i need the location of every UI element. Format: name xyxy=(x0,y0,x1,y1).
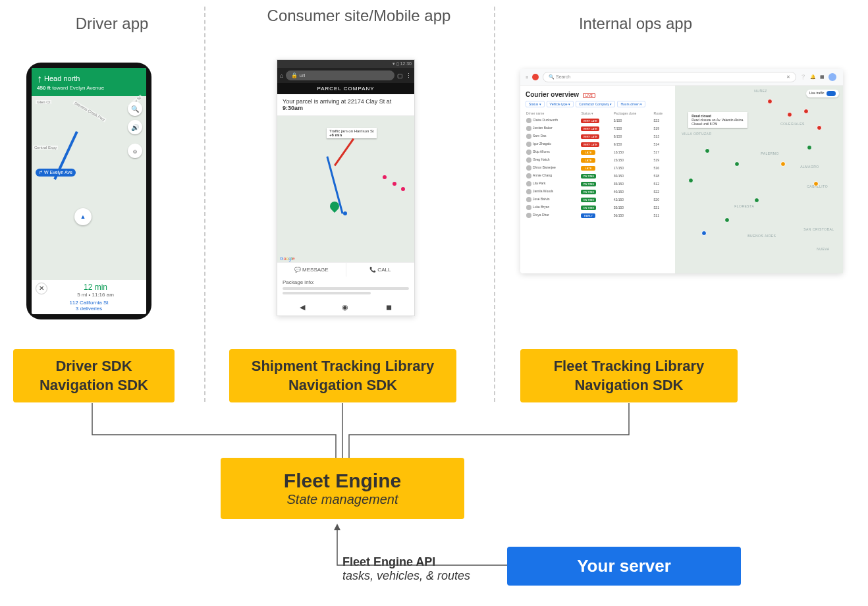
help-icon: ❔ xyxy=(800,74,806,80)
traffic-jam-line xyxy=(334,138,354,167)
map-district-label: ALMAGRO xyxy=(800,165,819,169)
status-badge: EARLY xyxy=(581,213,595,218)
table-row: Claire DuckworthVERY LATE5/150523 xyxy=(526,117,670,124)
menu-icon: ⋮ xyxy=(406,72,412,79)
avatar xyxy=(526,197,531,202)
sdk-line: Navigation SDK xyxy=(526,376,732,395)
map-district-label: COLEGIALES xyxy=(780,122,805,126)
url-bar: ⌂ 🔒 url ▢ ⋮ xyxy=(277,68,414,83)
phone-icon: 📞 xyxy=(369,267,376,273)
recents-icon: ◼ xyxy=(386,303,392,312)
map-district-label: BUENOS AIRES xyxy=(747,234,776,238)
home-nav-icon: ◉ xyxy=(342,303,348,312)
filter-chip: Vehicle type ▾ xyxy=(547,101,574,107)
map-district-label: FLORESTA xyxy=(734,204,754,208)
menu-icon: ≡ xyxy=(526,75,528,80)
vehicle-dot-green xyxy=(754,198,759,203)
sdk-line: Navigation SDK xyxy=(18,376,169,395)
vehicle-dot-green xyxy=(705,148,710,153)
status-badge: LATE xyxy=(581,158,595,163)
sdk-line: Driver SDK xyxy=(18,357,169,376)
status-badge: LATE xyxy=(581,150,595,155)
avatar xyxy=(526,126,531,131)
street-label: Glen Ct xyxy=(36,100,51,104)
filter-chip: Contractor Company ▾ xyxy=(576,101,616,107)
ops-dashboard: ≡ 🔍 Search ✕ ❔ 🔔 ▦ Courier overview LIVE… xyxy=(520,69,843,273)
traffic-eta: +6 min xyxy=(329,133,342,137)
status-badge: ON TIME xyxy=(581,206,596,210)
filter-row: Status ▾Vehicle type ▾Contractor Company… xyxy=(526,101,670,107)
live-badge: LIVE xyxy=(583,93,595,98)
notice-time: 9:30am xyxy=(283,105,303,111)
message-label: MESSAGE xyxy=(302,267,329,273)
api-title: Fleet Engine API xyxy=(342,555,470,569)
table-header: Status ▾ xyxy=(580,110,612,117)
map-district-label: NUÑEZ xyxy=(754,89,767,93)
avatar xyxy=(526,142,531,147)
sdk-line: Navigation SDK xyxy=(234,376,451,395)
package-info-label: Package info: xyxy=(283,279,409,285)
message-icon: 💬 xyxy=(294,267,301,273)
avatar xyxy=(526,213,531,218)
sdk-box-ops: Fleet Tracking Library Navigation SDK xyxy=(520,349,738,402)
volume-icon: 🔊 xyxy=(128,120,142,134)
search-icon: 🔍 xyxy=(128,101,142,116)
status-badge: ON TIME xyxy=(581,190,596,194)
table-row: Divya DharEARLY56/150511 xyxy=(526,211,670,219)
home-icon: ⌂ xyxy=(280,72,283,79)
status-badge: LATE xyxy=(581,166,595,171)
vehicle-dot-orange xyxy=(780,161,786,167)
vehicle-dot-red xyxy=(803,109,809,114)
deliveries-count: 3 deliveries xyxy=(34,306,144,312)
engine-subtitle: State management xyxy=(227,492,458,507)
table-row: Igor ZhagaloVERY LATE9/150514 xyxy=(526,140,670,148)
table-row: Jamila WoodsON TIME40/150522 xyxy=(526,188,670,196)
table-row: Skip AllumsLATE13/150517 xyxy=(526,148,670,156)
vehicle-dot-green xyxy=(688,178,693,183)
status-badge: ON TIME xyxy=(581,198,596,202)
vehicle-dot-red xyxy=(767,99,773,104)
column-title-consumer: Consumer site/Mobile app xyxy=(260,5,458,26)
status-badge: VERY LATE xyxy=(581,142,599,147)
sdk-box-driver: Driver SDK Navigation SDK xyxy=(13,349,175,402)
arrow-up-icon: ↑ xyxy=(37,73,42,84)
status-bar: ▾ ▯ 12:30 xyxy=(277,60,414,68)
search-placeholder: Search xyxy=(556,74,570,79)
avatar xyxy=(526,157,531,163)
table-row: Luke BryanON TIME55/150521 xyxy=(526,204,670,211)
call-label: CALL xyxy=(377,267,391,273)
avatar xyxy=(526,181,531,186)
nav-direction: Head north xyxy=(44,74,80,82)
vehicle-dot-red xyxy=(817,125,822,130)
skeleton-line xyxy=(283,292,371,294)
status-time: 12:30 xyxy=(400,61,412,66)
live-traffic-toggle: Live traffic xyxy=(806,90,839,97)
bell-icon: 🔔 xyxy=(810,74,816,80)
vehicle-dot-green xyxy=(734,161,740,167)
traffic-tooltip: Traffic jam on Harrison St +6 min xyxy=(327,128,377,138)
back-icon: ◀ xyxy=(300,303,305,312)
tip-body: Road closure on Av. Valentin Alsina. Clo… xyxy=(692,118,744,126)
engine-title: Fleet Engine xyxy=(227,470,458,492)
eta-time: 12 min xyxy=(34,283,144,292)
filter-chip: Hours driven ▾ xyxy=(617,101,645,107)
action-bar: 💬 MESSAGE 📞 CALL xyxy=(277,262,414,277)
vehicle-dot xyxy=(343,211,347,215)
arrival-notice: Your parcel is arriving at 22174 Clay St… xyxy=(277,94,414,116)
table-row: Sam DasVERY LATE8/150513 xyxy=(526,132,670,140)
lock-icon: 🔒 xyxy=(291,72,298,78)
eta-panel: ✕ 12 min 5 mi • 11:16 am 112 California … xyxy=(32,280,146,314)
waypoint-dot xyxy=(401,187,405,191)
nav-banner: ↑ Head north 450 ft toward Evelyn Avenue xyxy=(32,68,146,96)
table-row: Jordan BakerVERY LATE7/150519 xyxy=(526,124,670,132)
avatar xyxy=(526,173,531,179)
map-district-label: SAN CRISTOBAL xyxy=(803,227,834,231)
traffic-label: Live traffic xyxy=(809,91,825,95)
table-header: Route xyxy=(653,110,670,117)
column-title-ops: Internal ops app xyxy=(537,13,734,34)
street-label: Stevens Creek Fwy xyxy=(72,100,107,122)
fleet-engine-box: Fleet Engine State management xyxy=(221,458,464,519)
sdk-box-consumer: Shipment Tracking Library Navigation SDK xyxy=(229,349,456,402)
brand-header: PARCEL COMPANY xyxy=(277,83,414,94)
table-row: Lila ParkON TIME35/150512 xyxy=(526,180,670,188)
